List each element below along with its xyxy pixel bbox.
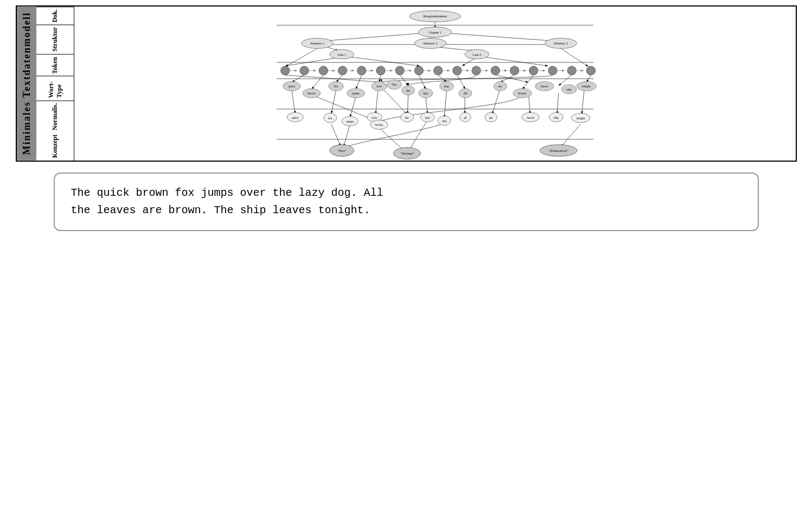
- svg-point-36: [510, 66, 519, 75]
- row-labels: Dok. Struktur Token Wort-Type Normalis. …: [36, 7, 74, 161]
- svg-text:Line 2: Line 2: [472, 53, 481, 56]
- svg-point-30: [395, 66, 404, 75]
- svg-text:ship: ship: [553, 116, 559, 119]
- svg-point-26: [319, 66, 328, 75]
- svg-text:brown: brown: [375, 123, 382, 126]
- svg-text:brown.: brown.: [518, 92, 527, 95]
- svg-text:lazy: lazy: [423, 92, 429, 95]
- svg-text:Sentence 2: Sentence 2: [423, 42, 437, 45]
- svg-text:All: All: [463, 92, 468, 95]
- svg-point-32: [433, 66, 442, 75]
- svg-point-33: [452, 66, 461, 75]
- svg-text:quick: quick: [288, 85, 295, 88]
- svg-point-31: [414, 66, 423, 75]
- svg-point-25: [299, 66, 308, 75]
- label-token: Token: [36, 54, 74, 76]
- diagram-svg: Beispieldokument Chapter 1 Sentence 1 Se…: [74, 7, 796, 161]
- svg-text:dog: dog: [442, 119, 446, 123]
- svg-text:all: all: [464, 116, 467, 119]
- svg-point-40: [586, 66, 595, 75]
- svg-point-39: [567, 66, 576, 75]
- svg-text:ship: ship: [566, 88, 572, 91]
- graph-area: Beispieldokument Chapter 1 Sentence 1 Se…: [74, 7, 796, 161]
- svg-text:jumps: jumps: [346, 120, 354, 123]
- label-worttype: Wort-Type: [36, 76, 74, 100]
- diagram-area: Dok. Struktur Token Wort-Type Normalis. …: [36, 7, 796, 161]
- svg-text:over: over: [376, 85, 381, 88]
- svg-text:quick: quick: [292, 116, 299, 119]
- svg-text:leaves: leaves: [527, 116, 534, 119]
- svg-point-29: [376, 66, 385, 75]
- svg-point-27: [338, 66, 347, 75]
- svg-point-28: [357, 66, 366, 75]
- svg-text:are: are: [489, 116, 493, 119]
- svg-text:are: are: [498, 85, 502, 88]
- svg-text:Chapter 1: Chapter 1: [429, 31, 442, 34]
- side-label: Minimales Textdatenmodell: [17, 7, 36, 161]
- label-struktur: Struktur: [36, 24, 74, 54]
- svg-text:the: the: [406, 89, 410, 92]
- label-dok: Dok.: [36, 7, 74, 24]
- svg-point-37: [529, 66, 538, 75]
- text-line1: The quick brown fox jumps over the lazy …: [71, 184, 741, 202]
- svg-text:brown: brown: [308, 92, 315, 95]
- svg-text:Beispieldokument: Beispieldokument: [423, 15, 447, 18]
- svg-text:Line 1: Line 1: [337, 53, 346, 56]
- svg-text:Sentence 1: Sentence 1: [310, 42, 324, 45]
- svg-point-38: [548, 66, 557, 75]
- main-diagram: Minimales Textdatenmodell Dok. Struktur …: [16, 5, 797, 162]
- svg-text:dog.: dog.: [444, 85, 449, 88]
- svg-text:the: the: [405, 116, 409, 119]
- svg-text:leaves: leaves: [540, 85, 548, 88]
- svg-point-34: [471, 66, 480, 75]
- svg-text:"Tiere": "Tiere": [337, 149, 347, 152]
- svg-text:tonight: tonight: [576, 117, 585, 120]
- label-normalis: Normalis.: [36, 100, 74, 132]
- svg-text:jumps: jumps: [351, 92, 360, 95]
- svg-text:"Wertung": "Wertung": [400, 152, 414, 155]
- svg-text:over: over: [372, 116, 377, 119]
- label-konzept: Konzept: [36, 132, 74, 160]
- svg-text:The: The: [392, 83, 397, 86]
- svg-text:tonight.: tonight.: [581, 85, 591, 88]
- svg-text:lazy: lazy: [425, 116, 430, 119]
- svg-point-24: [280, 66, 289, 75]
- svg-text:"Zeitausdruck": "Zeitausdruck": [548, 149, 568, 152]
- svg-text:fox: fox: [328, 117, 332, 120]
- svg-text:Sentence 3: Sentence 3: [553, 42, 567, 45]
- svg-text:fox: fox: [334, 85, 338, 88]
- text-box: The quick brown fox jumps over the lazy …: [54, 173, 759, 231]
- text-line2: the leaves are brown. The ship leaves to…: [71, 202, 741, 219]
- svg-point-35: [491, 66, 500, 75]
